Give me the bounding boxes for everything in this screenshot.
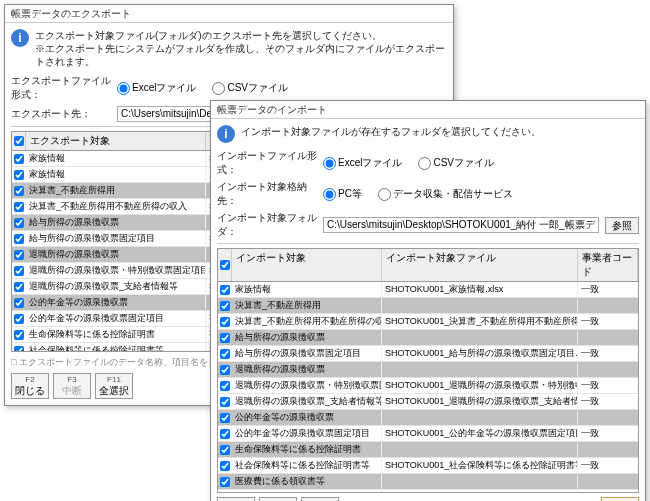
row-check[interactable] — [12, 343, 26, 351]
row-check[interactable] — [218, 346, 232, 361]
row-check[interactable] — [218, 474, 232, 489]
row-check[interactable] — [218, 282, 232, 297]
row-check[interactable] — [218, 458, 232, 473]
cell — [382, 410, 578, 425]
cell: 給与所得の源泉徴収票 — [232, 330, 382, 345]
row-check[interactable] — [218, 426, 232, 441]
iclose-button[interactable]: F2閉じる — [217, 497, 255, 501]
cell: 生命保険料等に係る控除証明書 — [26, 327, 206, 342]
cell: SHOTOKU001_医療費に係る領収書等(医療費通知).xlsx — [382, 490, 578, 492]
table-row[interactable]: 公的年金等の源泉徴収票固定項目SHOTOKU001_公的年金等の源泉徴収票固定項… — [218, 426, 638, 442]
file-format-label: エクスポートファイル形式： — [11, 74, 111, 102]
iabort-button[interactable]: F3中断 — [259, 497, 297, 501]
row-check[interactable] — [218, 298, 232, 313]
cell: 決算書_不動産所得用 — [26, 183, 206, 198]
selectall-button[interactable]: F11全選択 — [95, 373, 133, 399]
row-check[interactable] — [12, 295, 26, 310]
cell: 一致 — [578, 426, 638, 441]
row-check[interactable] — [218, 378, 232, 393]
cell: 医療費に係る領収書等(医療費通知) — [232, 490, 382, 492]
import-rows[interactable]: 家族情報SHOTOKU001_家族情報.xlsx一致決算書_不動産所得用決算書_… — [218, 282, 638, 492]
table-row[interactable]: 医療費に係る領収書等 — [218, 474, 638, 490]
row-check[interactable] — [218, 490, 232, 492]
export-msg: エクスポート対象ファイル(フォルダ)のエクスポート先を選択してください。※エクス… — [35, 29, 447, 68]
table-row[interactable]: 決算書_不動産所得用不動産所得の収入SHOTOKU001_決算書_不動産所得用不… — [218, 314, 638, 330]
cell: 退職所得の源泉徴収票・特別徴収票固定項目 — [232, 378, 382, 393]
icol-target: インポート対象 — [232, 249, 382, 281]
iradio-svc[interactable]: データ収集・配信サービス — [378, 187, 513, 201]
ifile-format-label: インポートファイル形式： — [217, 149, 317, 177]
iradio-excel[interactable]: Excelファイル — [323, 156, 402, 170]
cell: 給与所得の源泉徴収票 — [26, 215, 206, 230]
cell: 医療費に係る領収書等 — [232, 474, 382, 489]
cell: 一致 — [578, 458, 638, 473]
row-check[interactable] — [218, 442, 232, 457]
cell: 公的年金等の源泉徴収票固定項目 — [26, 311, 206, 326]
row-check[interactable] — [12, 263, 26, 278]
table-row[interactable]: 決算書_不動産所得用 — [218, 298, 638, 314]
radio-csv[interactable]: CSVファイル — [212, 81, 288, 95]
close-button[interactable]: F2閉じる — [11, 373, 49, 399]
table-row[interactable]: 生命保険料等に係る控除証明書 — [218, 442, 638, 458]
row-check[interactable] — [218, 314, 232, 329]
import-dialog: 帳票データのインポート i インポート対象ファイルが存在するフォルダを選択してく… — [210, 100, 646, 501]
cell: 公的年金等の源泉徴収票 — [232, 410, 382, 425]
row-check[interactable] — [12, 167, 26, 182]
iselectall-button[interactable]: F11全選択 — [301, 497, 339, 501]
cell — [382, 330, 578, 345]
cell — [578, 362, 638, 377]
cell: 一致 — [578, 282, 638, 297]
table-row[interactable]: 医療費に係る領収書等(医療費通知)SHOTOKU001_医療費に係る領収書等(医… — [218, 490, 638, 492]
row-check[interactable] — [12, 311, 26, 326]
row-check[interactable] — [12, 199, 26, 214]
cell: SHOTOKU001_家族情報.xlsx — [382, 282, 578, 297]
row-check[interactable] — [218, 362, 232, 377]
row-check[interactable] — [12, 215, 26, 230]
ibrowse-button[interactable]: 参照 — [605, 217, 639, 234]
cell: 家族情報 — [232, 282, 382, 297]
cell: SHOTOKU001_退職所得の源泉徴収票_支給者情報等.xlsx — [382, 394, 578, 409]
cell: 公的年金等の源泉徴収票固定項目 — [232, 426, 382, 441]
header-check[interactable] — [12, 132, 26, 150]
cell: 家族情報 — [26, 167, 206, 182]
cell: SHOTOKU001_給与所得の源泉徴収票固定項目.xlsx — [382, 346, 578, 361]
table-row[interactable]: 退職所得の源泉徴収票_支給者情報等SHOTOKU001_退職所得の源泉徴収票_支… — [218, 394, 638, 410]
cell: 社会保険料等に係る控除証明書等 — [232, 458, 382, 473]
row-check[interactable] — [12, 327, 26, 342]
iheader-check[interactable] — [218, 249, 232, 281]
cell: SHOTOKU001_決算書_不動産所得用不動産所得の収入.xlsx — [382, 314, 578, 329]
icol-code: 事業者コード — [578, 249, 638, 281]
table-row[interactable]: 退職所得の源泉徴収票・特別徴収票固定項目SHOTOKU001_退職所得の源泉徴収… — [218, 378, 638, 394]
table-row[interactable]: 家族情報SHOTOKU001_家族情報.xlsx一致 — [218, 282, 638, 298]
row-check[interactable] — [12, 183, 26, 198]
cell: 公的年金等の源泉徴収票 — [26, 295, 206, 310]
table-row[interactable]: 給与所得の源泉徴収票固定項目SHOTOKU001_給与所得の源泉徴収票固定項目.… — [218, 346, 638, 362]
row-check[interactable] — [12, 247, 26, 262]
row-check[interactable] — [218, 330, 232, 345]
cell: 一致 — [578, 490, 638, 492]
row-check[interactable] — [12, 279, 26, 294]
row-check[interactable] — [12, 151, 26, 166]
cell — [578, 298, 638, 313]
cell: 退職所得の源泉徴収票・特別徴収票固定項目 — [26, 263, 206, 278]
table-row[interactable]: 公的年金等の源泉徴収票 — [218, 410, 638, 426]
table-row[interactable]: 退職所得の源泉徴収票 — [218, 362, 638, 378]
cell — [578, 410, 638, 425]
cell: 決算書_不動産所得用不動産所得の収入 — [232, 314, 382, 329]
radio-excel[interactable]: Excelファイル — [117, 81, 196, 95]
row-check[interactable] — [218, 410, 232, 425]
iradio-csv[interactable]: CSVファイル — [418, 156, 494, 170]
table-row[interactable]: 社会保険料等に係る控除証明書等SHOTOKU001_社会保険料等に係る控除証明書… — [218, 458, 638, 474]
row-check[interactable] — [12, 231, 26, 246]
import-grid: インポート対象 インポート対象ファイル 事業者コード 家族情報SHOTOKU00… — [217, 248, 639, 493]
cell: SHOTOKU001_社会保険料等に係る控除証明書等.xlsx — [382, 458, 578, 473]
ifolder-input[interactable] — [323, 217, 599, 233]
info-icon: i — [11, 29, 29, 47]
iradio-pc[interactable]: PC等 — [323, 187, 362, 201]
row-check[interactable] — [218, 394, 232, 409]
cell: 決算書_不動産所得用 — [232, 298, 382, 313]
table-row[interactable]: 給与所得の源泉徴収票 — [218, 330, 638, 346]
abort-button[interactable]: F3中断 — [53, 373, 91, 399]
confirm-button[interactable]: Enter確定 — [601, 497, 639, 501]
col-target: エクスポート対象 — [26, 132, 206, 150]
